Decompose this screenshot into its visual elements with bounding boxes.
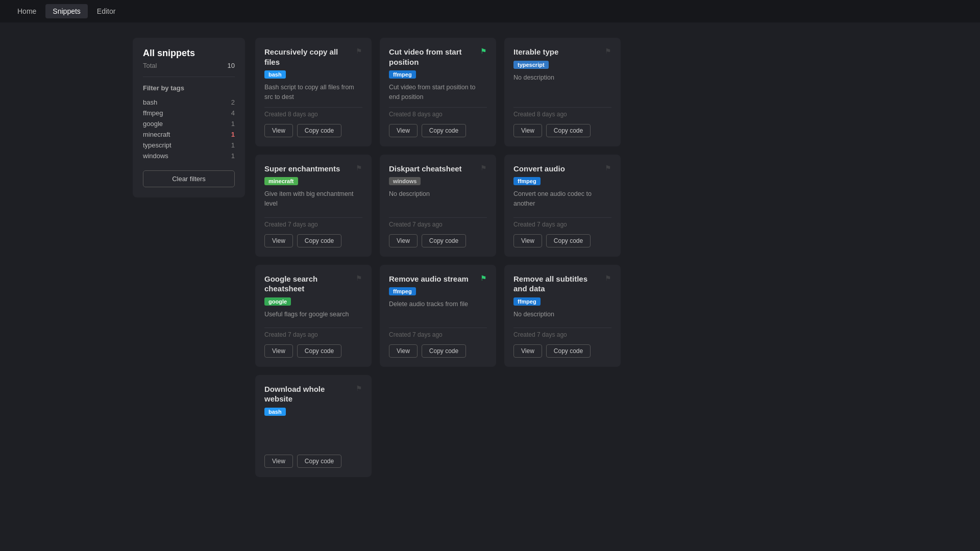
tag-badge: ffmpeg	[389, 287, 416, 295]
snippet-card: Remove audio stream ⚑ ffmpeg Delete audi…	[380, 265, 496, 367]
pin-icon[interactable]: ⚑	[356, 47, 362, 55]
copy-code-button[interactable]: Copy code	[546, 234, 591, 247]
card-description: Cut video from start position to end pos…	[389, 83, 487, 102]
view-button[interactable]: View	[264, 344, 293, 358]
tag-badge: ffmpeg	[389, 70, 416, 79]
tag-count: 1	[231, 152, 235, 160]
card-tag[interactable]: bash	[264, 70, 362, 83]
tag-badge: ffmpeg	[513, 177, 541, 185]
sidebar-total: Total 10	[143, 62, 235, 77]
card-header: Google search cheatsheet ⚑	[264, 274, 362, 294]
tag-badge: bash	[264, 70, 286, 79]
pin-icon[interactable]: ⚑	[480, 164, 487, 172]
pin-icon[interactable]: ⚑	[605, 164, 611, 172]
view-button[interactable]: View	[389, 124, 418, 137]
card-tag[interactable]: bash	[264, 407, 362, 420]
tag-filter-windows[interactable]: windows1	[143, 151, 235, 161]
sidebar: All snippets Total 10 Filter by tags bas…	[133, 38, 245, 197]
card-date: Created 7 days ago	[389, 328, 487, 338]
copy-code-button[interactable]: Copy code	[546, 124, 591, 137]
card-title: Remove audio stream	[389, 274, 480, 284]
card-tag[interactable]: windows	[389, 177, 487, 189]
tag-count: 1	[231, 141, 235, 149]
tag-filter-typescript[interactable]: typescript1	[143, 140, 235, 151]
tag-name: windows	[143, 152, 168, 160]
view-button[interactable]: View	[389, 234, 418, 247]
snippets-grid: Recursively copy all files ⚑ bash Bash s…	[255, 38, 970, 477]
snippet-card: Remove all subtitles and data ⚑ ffmpeg N…	[504, 265, 621, 367]
snippet-card: Google search cheatsheet ⚑ google Useful…	[255, 265, 372, 367]
snippet-card: Iterable type ⚑ typescript No descriptio…	[504, 38, 621, 146]
nav-item-editor[interactable]: Editor	[90, 4, 123, 18]
card-tag[interactable]: ffmpeg	[389, 287, 487, 299]
card-title: Diskpart cheatsheet	[389, 164, 480, 174]
card-tag[interactable]: ffmpeg	[513, 177, 611, 189]
tag-list: bash2ffmpeg4google1minecraft1typescript1…	[143, 97, 235, 161]
pin-icon[interactable]: ⚑	[356, 384, 362, 392]
card-header: Recursively copy all files ⚑	[264, 47, 362, 67]
view-button[interactable]: View	[513, 234, 542, 247]
copy-code-button[interactable]: Copy code	[297, 344, 341, 358]
card-tag[interactable]: ffmpeg	[389, 70, 487, 83]
card-actions: View Copy code	[513, 124, 611, 137]
card-description: Bash script to copy all files from src t…	[264, 83, 362, 102]
card-title: Google search cheatsheet	[264, 274, 356, 294]
tag-filter-ffmpeg[interactable]: ffmpeg4	[143, 108, 235, 118]
card-tag[interactable]: ffmpeg	[513, 297, 611, 310]
copy-code-button[interactable]: Copy code	[422, 234, 466, 247]
tag-name: minecraft	[143, 131, 170, 138]
pin-icon[interactable]: ⚑	[480, 47, 487, 55]
view-button[interactable]: View	[389, 344, 418, 358]
card-date: Created 8 days ago	[264, 107, 362, 118]
copy-code-button[interactable]: Copy code	[297, 455, 341, 468]
tag-badge: minecraft	[264, 177, 298, 185]
view-button[interactable]: View	[264, 124, 293, 137]
view-button[interactable]: View	[513, 344, 542, 358]
pin-icon[interactable]: ⚑	[356, 164, 362, 172]
card-actions: View Copy code	[264, 344, 362, 358]
clear-filters-button[interactable]: Clear filters	[143, 170, 235, 187]
pin-icon[interactable]: ⚑	[356, 274, 362, 282]
view-button[interactable]: View	[264, 455, 293, 468]
card-header: Iterable type ⚑	[513, 47, 611, 57]
snippet-card: Cut video from start position ⚑ ffmpeg C…	[380, 38, 496, 146]
pin-icon[interactable]: ⚑	[605, 274, 611, 282]
copy-code-button[interactable]: Copy code	[297, 124, 341, 137]
tag-name: bash	[143, 98, 157, 106]
snippet-card: Super enchantments ⚑ minecraft Give item…	[255, 155, 372, 257]
copy-code-button[interactable]: Copy code	[546, 344, 591, 358]
card-title: Iterable type	[513, 47, 605, 57]
card-actions: View Copy code	[513, 234, 611, 247]
card-header: Super enchantments ⚑	[264, 164, 362, 174]
tag-filter-google[interactable]: google1	[143, 118, 235, 129]
card-tag[interactable]: typescript	[513, 60, 611, 73]
card-date: Created 7 days ago	[513, 217, 611, 228]
card-tag[interactable]: google	[264, 297, 362, 310]
card-tag[interactable]: minecraft	[264, 177, 362, 189]
tag-badge: typescript	[513, 61, 549, 69]
copy-code-button[interactable]: Copy code	[422, 344, 466, 358]
pin-icon[interactable]: ⚑	[605, 47, 611, 55]
card-title: Cut video from start position	[389, 47, 480, 67]
card-date: Created 7 days ago	[264, 217, 362, 228]
pin-icon[interactable]: ⚑	[480, 274, 487, 282]
total-label: Total	[143, 62, 157, 69]
tag-filter-bash[interactable]: bash2	[143, 97, 235, 108]
view-button[interactable]: View	[264, 234, 293, 247]
tag-badge: google	[264, 297, 291, 306]
tag-filter-minecraft[interactable]: minecraft1	[143, 129, 235, 140]
card-header: Remove all subtitles and data ⚑	[513, 274, 611, 294]
nav-item-snippets[interactable]: Snippets	[45, 4, 87, 18]
snippet-card: Recursively copy all files ⚑ bash Bash s…	[255, 38, 372, 146]
snippet-card: Convert audio ⚑ ffmpeg Convert one audio…	[504, 155, 621, 257]
copy-code-button[interactable]: Copy code	[422, 124, 466, 137]
card-actions: View Copy code	[264, 124, 362, 137]
tag-name: google	[143, 120, 163, 128]
view-button[interactable]: View	[513, 124, 542, 137]
tag-count: 2	[231, 98, 235, 106]
copy-code-button[interactable]: Copy code	[297, 234, 341, 247]
filter-title: Filter by tags	[143, 84, 235, 92]
card-actions: View Copy code	[389, 234, 487, 247]
nav-item-home[interactable]: Home	[10, 4, 43, 18]
tag-badge: ffmpeg	[513, 297, 541, 306]
